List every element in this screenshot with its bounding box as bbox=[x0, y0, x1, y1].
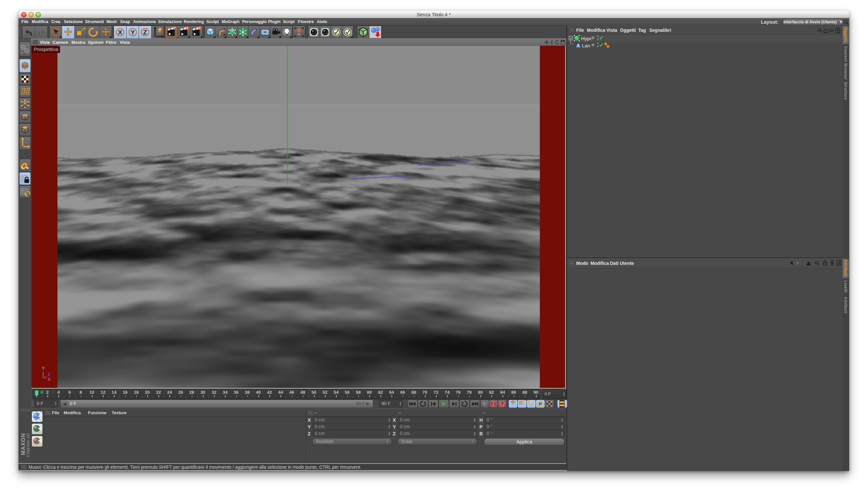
svg-text:Y: Y bbox=[42, 366, 45, 371]
svg-text:P: P bbox=[539, 402, 542, 406]
svg-text:Z: Z bbox=[48, 372, 50, 377]
svg-text:X: X bbox=[48, 377, 51, 382]
svg-text:T: T bbox=[327, 32, 330, 37]
svg-text:Z: Z bbox=[143, 29, 147, 36]
svg-text:T: T bbox=[350, 32, 353, 37]
svg-text:?: ? bbox=[501, 401, 504, 406]
svg-text:Y: Y bbox=[130, 29, 135, 36]
svg-text:X: X bbox=[118, 29, 122, 36]
